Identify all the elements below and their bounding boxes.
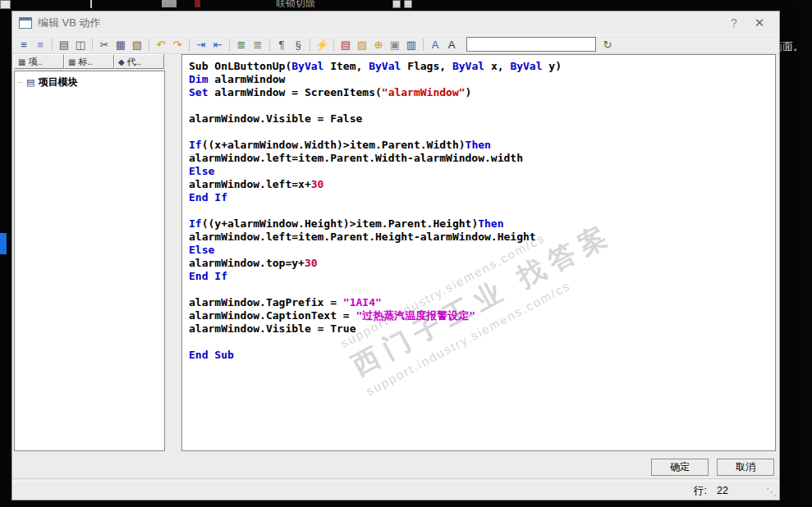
code-token: alarmWindow — [208, 73, 285, 85]
code-token: alarmWindow.TagPrefix = — [189, 296, 343, 308]
toolbar-separator — [149, 39, 149, 51]
background-fragment-line — [90, 0, 92, 8]
code-token: Dim — [189, 73, 208, 85]
toolbar-separator — [423, 39, 424, 51]
refresh-clock-icon[interactable]: ↻ — [600, 37, 615, 52]
text-wave-blue-icon[interactable]: A — [428, 37, 443, 52]
code-line: alarmWindow.TagPrefix = "1AI4" — [189, 296, 775, 309]
code-token: alarmWindow = ScreenItems( — [208, 86, 381, 98]
code-line: Else — [189, 244, 775, 257]
toolbar-separator — [92, 39, 93, 51]
left-tab-1[interactable]: ▦标.. — [64, 54, 114, 69]
format-list-colored-icon[interactable]: ≡ — [33, 37, 48, 52]
code-line: End Sub — [189, 349, 775, 362]
folder-icon[interactable]: ▨ — [355, 37, 369, 52]
code-area[interactable]: Sub OnLButtonUp(ByVal Item, ByVal Flags,… — [182, 55, 775, 362]
code-token: ) — [466, 86, 472, 98]
code-editor[interactable]: support.industry.siemens.com/cs 西门子工业 找答… — [181, 54, 776, 451]
code-token: True — [330, 322, 356, 335]
left-tabs: ▦项..▦标..◆代.. — [14, 54, 164, 69]
indent-decrease-icon[interactable]: ⇤ — [210, 37, 225, 52]
code-token: ByVal — [452, 60, 484, 72]
paste-icon[interactable]: ▧ — [130, 37, 145, 52]
code-line — [189, 126, 775, 139]
code-token: x, — [484, 60, 510, 72]
screen: 联锁切除 画面。 编辑 VB 动作 ? ✕ ≡≡▤◫✂▦▧↶↷⇥⇤≣≣¶§⚡▤▨… — [0, 0, 812, 507]
tree-item-project-modules[interactable]: ┈ ▤ 项目模块 — [15, 71, 164, 89]
code-token: 30 — [305, 257, 318, 269]
code-line: alarmWindow.left=x+30 — [189, 178, 775, 191]
code-token: Flags, — [401, 60, 452, 72]
redo-icon[interactable]: ↷ — [170, 37, 185, 52]
toolbar-separator — [310, 39, 310, 51]
code-line: End If — [189, 191, 775, 204]
script-book-icon[interactable]: ▤ — [338, 37, 353, 52]
special-chars-icon[interactable]: § — [291, 37, 305, 52]
dialog-title: 编辑 VB 动作 — [38, 16, 101, 30]
code-token: End Sub — [189, 349, 234, 361]
print-icon[interactable]: ▤ — [57, 37, 71, 52]
left-tab-label: 代.. — [127, 56, 141, 68]
code-token: alarmWindow.CaptionText = — [189, 309, 356, 322]
copy-icon[interactable]: ▦ — [113, 37, 128, 52]
left-tab-icon: ◆ — [118, 57, 125, 66]
format-list-icon[interactable]: ≡ — [16, 37, 31, 52]
resize-grip[interactable]: ⋱ — [766, 486, 777, 498]
syntax-check-icon[interactable]: ⚡ — [314, 37, 329, 52]
code-line: Else — [189, 165, 775, 178]
title-bar[interactable]: 编辑 VB 动作 ? ✕ — [12, 11, 779, 34]
toolbar-separator — [189, 39, 190, 51]
add-object-icon[interactable]: ⊕ — [371, 37, 386, 52]
code-token: Else — [189, 244, 214, 256]
code-token: Set — [189, 86, 208, 98]
background-blue-strip — [0, 233, 7, 254]
left-tab-icon: ▦ — [68, 57, 76, 66]
background-fragment-box — [404, 0, 412, 8]
uncomment-block-icon[interactable]: ≣ — [250, 37, 265, 52]
code-token: alarmWindow.Visible = — [189, 112, 330, 125]
left-tab-label: 项.. — [28, 56, 42, 68]
code-token: ((y+alarmWindow.Height)>item.Parent.Heig… — [202, 217, 479, 230]
library-book-icon[interactable]: ▥ — [404, 37, 419, 52]
code-token: ((x+alarmWindow.Width)>item.Parent.Width… — [202, 139, 466, 151]
code-token: If — [189, 139, 202, 151]
background-fragment-box — [162, 0, 177, 7]
snapshot-icon[interactable]: ▣ — [388, 37, 402, 52]
cancel-button[interactable]: 取消 — [717, 459, 774, 476]
close-button[interactable]: ✕ — [746, 16, 773, 30]
code-line: If((y+alarmWindow.Height)>item.Parent.He… — [189, 217, 775, 231]
left-tab-icon: ▦ — [18, 57, 25, 66]
indent-increase-icon[interactable]: ⇥ — [194, 37, 209, 52]
code-token: Else — [189, 165, 214, 177]
status-separator — [12, 478, 779, 482]
code-line: alarmWindow.CaptionText = "过热蒸汽温度报警设定" — [189, 309, 775, 322]
code-line — [189, 99, 775, 112]
background-top-label: 联锁切除 — [276, 0, 315, 7]
print-preview-icon[interactable]: ◫ — [73, 37, 88, 52]
code-token: ByVal — [510, 60, 542, 72]
text-wave-icon[interactable]: A — [444, 37, 459, 52]
code-line: alarmWindow.left=item.Parent.Width-alarm… — [189, 152, 775, 165]
code-token: "alarmWindow" — [382, 86, 466, 98]
code-line: Set alarmWindow = ScreenItems("alarmWind… — [189, 86, 775, 99]
background-fragment-box — [392, 0, 401, 8]
code-token: "过热蒸汽温度报警设定" — [356, 309, 476, 322]
module-icon: ▤ — [26, 77, 34, 88]
code-line: If((x+alarmWindow.Width)>item.Parent.Wid… — [189, 139, 775, 152]
code-token: Sub OnLButtonUp( — [189, 60, 291, 72]
left-tab-2[interactable]: ◆代.. — [114, 54, 164, 69]
left-tab-0[interactable]: ▦项.. — [14, 54, 64, 69]
toolbar-separator — [52, 39, 53, 51]
undo-icon[interactable]: ↶ — [154, 37, 168, 52]
ok-button[interactable]: 确定 — [651, 459, 709, 476]
code-line: alarmWindow.left=item.Parent.Height-alar… — [189, 231, 775, 244]
cut-icon[interactable]: ✂ — [97, 37, 112, 52]
background-fragment-box-red — [195, 0, 200, 7]
comment-block-icon[interactable]: ≣ — [234, 37, 249, 52]
code-line — [189, 283, 775, 296]
project-tree-panel[interactable]: ┈ ▤ 项目模块 — [14, 71, 165, 451]
help-button[interactable]: ? — [722, 16, 746, 30]
toolbar-search-input[interactable] — [466, 37, 596, 52]
dialog-icon — [19, 17, 32, 29]
paragraph-marks-icon[interactable]: ¶ — [274, 37, 289, 52]
